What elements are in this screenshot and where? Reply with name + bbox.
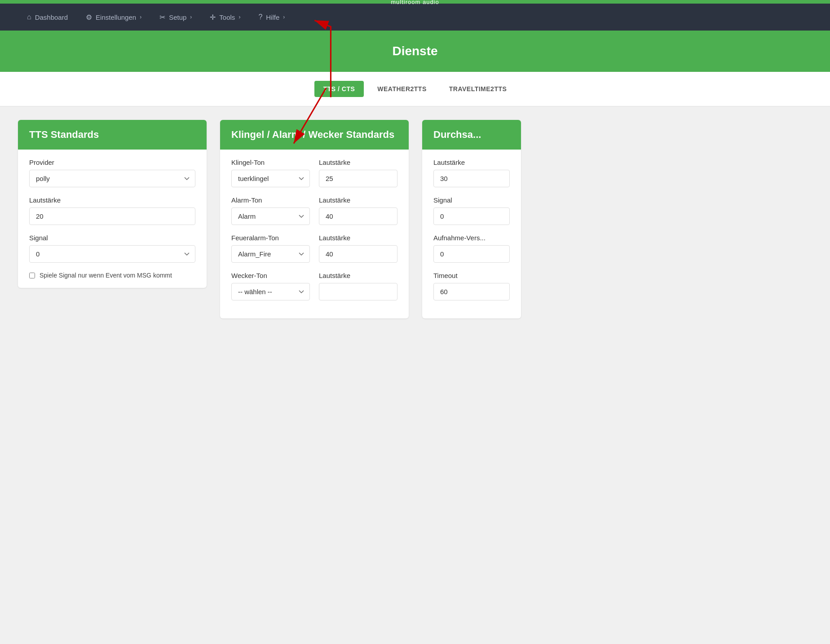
- feuer-lautstaerke-label: Lautstärke: [319, 234, 397, 242]
- klingel-lautstaerke-input[interactable]: [319, 170, 397, 187]
- feuer-ton-label: Feueralarm-Ton: [231, 234, 310, 242]
- durchsage-signal-label: Signal: [433, 196, 510, 204]
- klingel-ton-label: Klingel-Ton: [231, 159, 310, 166]
- nav-tools-label: Tools: [219, 13, 235, 21]
- wecker-lautstaerke-group: Lautstärke: [319, 272, 397, 300]
- nav-tools[interactable]: ✛ Tools ›: [201, 9, 249, 26]
- durchsage-card-header: Durchsa...: [422, 120, 521, 150]
- alarm-ton-group: Alarm-Ton Alarm alarm1: [231, 196, 310, 225]
- feuer-ton-group: Feueralarm-Ton Alarm_Fire fire1: [231, 234, 310, 263]
- alarm-lautstaerke-label: Lautstärke: [319, 196, 397, 204]
- wecker-lautstaerke-input[interactable]: [319, 283, 397, 300]
- alarm-row: Alarm-Ton Alarm alarm1 Lautstärke: [231, 196, 397, 234]
- signal-tts-select[interactable]: 0 1 2: [29, 245, 195, 263]
- alarm-card-header: Klingel / Alarm / Wecker Standards: [220, 120, 409, 150]
- nav-dashboard[interactable]: ⌂ Dashboard: [18, 9, 77, 26]
- tab-tts-cts[interactable]: TTS / CTS: [314, 81, 364, 97]
- hilfe-arrow: ›: [283, 14, 285, 20]
- alarm-card-title: Klingel / Alarm / Wecker Standards: [231, 129, 397, 141]
- aufnahme-group: Aufnahme-Vers...: [433, 234, 510, 263]
- nav-einstellungen[interactable]: ⚙ Einstellungen ›: [77, 9, 150, 26]
- gear-icon: ⚙: [86, 13, 92, 22]
- alarm-lautstaerke-input[interactable]: [319, 207, 397, 225]
- klingel-lautstaerke-label: Lautstärke: [319, 159, 397, 166]
- setup-arrow: ›: [190, 14, 192, 20]
- tools-arrow: ›: [238, 14, 240, 20]
- top-accent-bar: multiroom audio: [0, 0, 830, 4]
- wrench-icon: ✂: [159, 13, 165, 22]
- klingel-ton-select[interactable]: tuerklingel klingel1: [231, 170, 310, 187]
- tab-traveltime2tts[interactable]: TRAVELTIME2TTS: [440, 81, 516, 97]
- signal-tts-label: Signal: [29, 234, 195, 242]
- nav-items: ⌂ Dashboard ⚙ Einstellungen › ✂ Setup › …: [18, 9, 294, 26]
- durchsage-lautstaerke-label: Lautstärke: [433, 159, 510, 166]
- timeout-input[interactable]: [433, 283, 510, 300]
- provider-label: Provider: [29, 159, 195, 166]
- wecker-row: Wecker-Ton -- wählen -- Lautstärke: [231, 272, 397, 309]
- tab-weather2tts[interactable]: WEATHER2TTS: [368, 81, 435, 97]
- lautstaerke-tts-label: Lautstärke: [29, 196, 195, 204]
- feuer-lautstaerke-input[interactable]: [319, 245, 397, 263]
- klingel-lautstaerke-group: Lautstärke: [319, 159, 397, 187]
- durchsage-lautstaerke-group: Lautstärke: [433, 159, 510, 187]
- main-content: Dienste TTS / CTS WEATHER2TTS TRAVELTIME…: [0, 31, 830, 332]
- feuer-lautstaerke-group: Lautstärke: [319, 234, 397, 263]
- feuer-ton-select[interactable]: Alarm_Fire fire1: [231, 245, 310, 263]
- tts-standards-card: TTS Standards Provider polly google amaz…: [18, 120, 207, 288]
- tts-card-title: TTS Standards: [29, 129, 195, 141]
- alarm-lautstaerke-group: Lautstärke: [319, 196, 397, 225]
- page-header: Dienste: [0, 31, 830, 72]
- nav-setup-label: Setup: [169, 13, 186, 21]
- wecker-ton-select[interactable]: -- wählen --: [231, 283, 310, 300]
- nav-hilfe-label: Hilfe: [266, 13, 279, 21]
- signal-tts-group: Signal 0 1 2: [29, 234, 195, 263]
- timeout-label: Timeout: [433, 272, 510, 279]
- checkbox-group: Spiele Signal nur wenn Event vom MSG kom…: [29, 272, 195, 279]
- durchsage-signal-input[interactable]: [433, 207, 510, 225]
- wecker-ton-group: Wecker-Ton -- wählen --: [231, 272, 310, 300]
- durchsage-card-title: Durchsa...: [433, 129, 510, 141]
- wecker-ton-label: Wecker-Ton: [231, 272, 310, 279]
- tabs-area: TTS / CTS WEATHER2TTS TRAVELTIME2TTS: [0, 72, 830, 106]
- provider-select[interactable]: polly google amazon local: [29, 170, 195, 187]
- wecker-lautstaerke-label: Lautstärke: [319, 272, 397, 279]
- plus-icon: ✛: [210, 13, 216, 22]
- nav-dashboard-label: Dashboard: [35, 13, 68, 21]
- lautstaerke-tts-group: Lautstärke: [29, 196, 195, 225]
- checkbox-label: Spiele Signal nur wenn Event vom MSG kom…: [40, 272, 172, 279]
- durchsage-card: Durchsa... Lautstärke Signal Aufnahme-Ve…: [422, 120, 521, 318]
- klingel-row: Klingel-Ton tuerklingel klingel1 Lautstä…: [231, 159, 397, 196]
- tts-card-header: TTS Standards: [18, 120, 207, 150]
- nav-einstellungen-label: Einstellungen: [96, 13, 136, 21]
- durchsage-signal-group: Signal: [433, 196, 510, 225]
- navbar: ⌂ Dashboard ⚙ Einstellungen › ✂ Setup › …: [0, 4, 830, 31]
- alarm-card: Klingel / Alarm / Wecker Standards Kling…: [220, 120, 409, 318]
- page-title: Dienste: [13, 44, 817, 58]
- app-title: multiroom audio: [391, 0, 439, 5]
- aufnahme-label: Aufnahme-Vers...: [433, 234, 510, 242]
- timeout-group: Timeout: [433, 272, 510, 300]
- signal-checkbox[interactable]: [29, 273, 35, 278]
- tts-card-body: Provider polly google amazon local Lauts…: [18, 150, 207, 288]
- nav-hilfe[interactable]: ? Hilfe ›: [249, 9, 294, 26]
- alarm-ton-select[interactable]: Alarm alarm1: [231, 207, 310, 225]
- alarm-ton-label: Alarm-Ton: [231, 196, 310, 204]
- home-icon: ⌂: [27, 13, 31, 21]
- feuer-row: Feueralarm-Ton Alarm_Fire fire1 Lautstär…: [231, 234, 397, 272]
- klingel-ton-group: Klingel-Ton tuerklingel klingel1: [231, 159, 310, 187]
- lautstaerke-tts-input[interactable]: [29, 207, 195, 225]
- alarm-card-body: Klingel-Ton tuerklingel klingel1 Lautstä…: [220, 150, 409, 318]
- durchsage-lautstaerke-input[interactable]: [433, 170, 510, 187]
- nav-setup[interactable]: ✂ Setup ›: [150, 9, 201, 26]
- durchsage-card-body: Lautstärke Signal Aufnahme-Vers... Timeo…: [422, 150, 521, 318]
- aufnahme-input[interactable]: [433, 245, 510, 263]
- panels-row: TTS Standards Provider polly google amaz…: [0, 106, 830, 332]
- help-icon: ?: [258, 13, 262, 21]
- provider-group: Provider polly google amazon local: [29, 159, 195, 187]
- einstellungen-arrow: ›: [140, 14, 141, 20]
